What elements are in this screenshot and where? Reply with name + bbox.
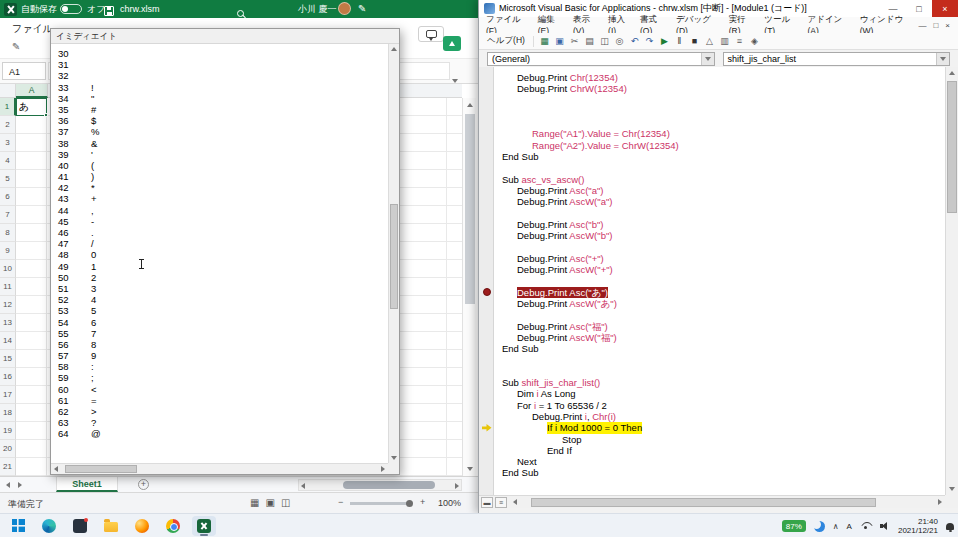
file-tab[interactable]: ファイル (12, 22, 53, 36)
gutter-margin[interactable] (479, 388, 494, 399)
design-mode-icon[interactable]: △ (702, 35, 717, 48)
code-line[interactable]: Debug.Print AscW("+") (479, 264, 945, 275)
gutter-margin[interactable] (479, 354, 494, 365)
gutter-margin[interactable] (479, 253, 494, 264)
row-header[interactable]: 14 (0, 332, 16, 350)
immediate-line[interactable]: 37% (58, 126, 388, 137)
gutter-margin[interactable] (479, 275, 494, 286)
immediate-line[interactable]: 502 (58, 272, 388, 283)
code-line[interactable]: End Sub (479, 343, 945, 354)
gutter-margin[interactable] (479, 309, 494, 320)
row-header[interactable]: 2 (0, 116, 16, 134)
column-header-a[interactable]: A (16, 84, 48, 98)
volume-icon[interactable] (880, 522, 890, 531)
share-button[interactable] (443, 36, 461, 51)
scroll-left-icon[interactable] (54, 466, 58, 472)
immediate-line[interactable]: 35# (58, 104, 388, 115)
help-menu-item[interactable]: ヘルプ(H) (482, 35, 530, 47)
row-header[interactable]: 7 (0, 206, 16, 224)
immediate-line[interactable]: 557 (58, 328, 388, 339)
code-line[interactable]: Debug.Print AscW("あ") (479, 298, 945, 309)
code-line[interactable] (479, 117, 945, 128)
code-line[interactable] (479, 275, 945, 286)
immediate-line[interactable]: 513 (58, 283, 388, 294)
scroll-down-icon[interactable] (949, 487, 955, 491)
row-header[interactable]: 1 (0, 98, 16, 116)
immediate-line[interactable]: 44, (58, 205, 388, 216)
row-header[interactable]: 12 (0, 296, 16, 314)
row-header[interactable]: 17 (0, 386, 16, 404)
immediate-line[interactable]: 40( (58, 160, 388, 171)
immediate-line[interactable]: 59; (58, 372, 388, 383)
immediate-horizontal-scrollbar[interactable] (51, 463, 388, 474)
code-line[interactable]: Stop (479, 434, 945, 445)
gutter-margin[interactable] (479, 106, 494, 117)
chrome-app-button[interactable] (161, 516, 185, 536)
code-line[interactable]: Debug.Print AscW("a") (479, 196, 945, 207)
undo-icon[interactable]: ↶ (627, 35, 642, 48)
row-header[interactable]: 10 (0, 260, 16, 278)
code-line[interactable]: Sub asc_vs_ascw() (479, 174, 945, 185)
gutter-margin[interactable] (479, 208, 494, 219)
immediate-line[interactable]: 491 (58, 261, 388, 272)
gutter-margin[interactable] (479, 264, 494, 275)
code-horizontal-scrollbar[interactable]: ▬ ≡ (479, 495, 945, 508)
gutter-margin[interactable] (479, 117, 494, 128)
child-close-button[interactable]: × (945, 21, 950, 30)
gutter-margin[interactable] (479, 196, 494, 207)
full-module-view-button[interactable]: ≡ (495, 497, 507, 508)
save-icon[interactable]: ▣ (552, 35, 567, 48)
normal-view-icon[interactable]: ▦ (250, 497, 259, 508)
mail-app-button[interactable] (68, 516, 92, 536)
cut-icon[interactable]: ✂ (567, 35, 582, 48)
immediate-line[interactable]: 579 (58, 350, 388, 361)
gutter-margin[interactable] (479, 445, 494, 456)
gutter-margin[interactable] (479, 162, 494, 173)
code-line[interactable]: Next (479, 456, 945, 467)
fill-handle[interactable] (44, 113, 48, 117)
object-browser-icon[interactable]: ◈ (747, 35, 762, 48)
gutter-margin[interactable] (479, 400, 494, 411)
gutter-margin[interactable] (479, 72, 494, 83)
code-line[interactable] (479, 309, 945, 320)
code-line[interactable]: Debug.Print Asc("+") (479, 253, 945, 264)
gutter-margin[interactable] (479, 128, 494, 139)
immediate-content[interactable]: 30313233!34"35#36$37%38&39'40(41)42*43+4… (51, 44, 388, 463)
gutter-margin[interactable] (479, 95, 494, 106)
code-vertical-scrollbar[interactable] (945, 67, 958, 495)
scroll-left-icon[interactable] (301, 483, 305, 489)
gutter-margin[interactable] (479, 343, 494, 354)
account-name[interactable]: 小川 慶一 (298, 0, 337, 18)
zoom-out-button[interactable]: − (338, 497, 343, 507)
gutter-margin[interactable] (479, 321, 494, 332)
immediate-line[interactable]: 61= (58, 395, 388, 406)
immediate-line[interactable]: 34" (58, 93, 388, 104)
break-icon[interactable]: ‖ (672, 35, 687, 48)
row-header[interactable]: 16 (0, 368, 16, 386)
paste-icon[interactable]: ◫ (597, 35, 612, 48)
gutter-margin[interactable] (479, 411, 494, 422)
immediate-line[interactable]: 62> (58, 406, 388, 417)
code-line[interactable]: Debug.Print AscW("b") (479, 230, 945, 241)
immediate-line[interactable]: 535 (58, 305, 388, 316)
scroll-up-icon[interactable] (949, 71, 955, 75)
child-minimize-button[interactable]: — (918, 21, 926, 30)
row-header[interactable]: 11 (0, 278, 16, 296)
row-header[interactable]: 13 (0, 314, 16, 332)
code-line[interactable]: End Sub (479, 467, 945, 478)
ink-pen-icon[interactable]: ✎ (358, 0, 366, 18)
gutter-margin[interactable] (479, 151, 494, 162)
zoom-level[interactable]: 100% (438, 498, 461, 508)
name-box[interactable]: A1 (2, 62, 46, 80)
immediate-line[interactable]: 63? (58, 417, 388, 428)
chevron-down-icon[interactable] (936, 53, 949, 65)
gutter-margin[interactable] (479, 140, 494, 151)
sheet-tab-sheet1[interactable]: Sheet1 (56, 477, 118, 492)
immediate-line[interactable]: 36$ (58, 115, 388, 126)
comments-button[interactable] (418, 26, 444, 42)
row-header[interactable]: 4 (0, 152, 16, 170)
code-line[interactable] (479, 106, 945, 117)
breakpoint-indicator[interactable] (479, 287, 494, 298)
edge-app-button[interactable] (37, 516, 61, 536)
hidden-icons-chevron-icon[interactable]: ∧ (833, 522, 839, 531)
